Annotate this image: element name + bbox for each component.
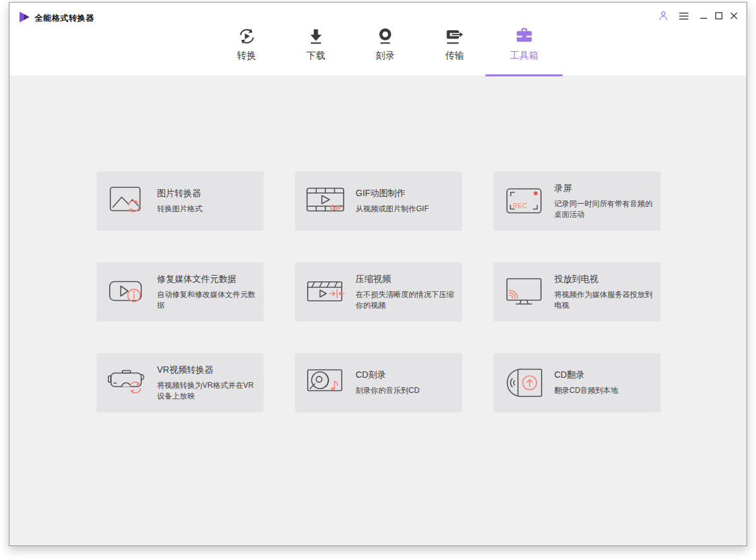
tool-title: 投放到电视 <box>554 274 656 285</box>
tool-desc: 从视频或图片制作GIF <box>356 204 457 214</box>
toolbox-content: 图片转换器 转换图片格式 GIF GIF动图制作 从 <box>9 76 747 545</box>
tool-card-video-compressor[interactable]: 压缩视频 在不损失清晰度的情况下压缩你的视频 <box>295 262 462 322</box>
tool-title: 图片转换器 <box>157 188 259 199</box>
tab-label: 刻录 <box>376 50 395 62</box>
cd-ripper-icon <box>494 365 554 401</box>
tab-label: 传输 <box>445 50 464 62</box>
tool-card-cast-to-tv[interactable]: 投放到电视 将视频作为媒体服务器投放到电视 <box>494 262 661 322</box>
vr-converter-icon <box>96 365 157 401</box>
app-title: 全能格式转换器 <box>35 13 95 24</box>
tool-card-screen-recorder[interactable]: REC 录屏 记录同一时间所有带有音频的桌面活动 <box>494 172 661 231</box>
tool-desc: 在不损失清晰度的情况下压缩你的视频 <box>356 289 457 311</box>
toolbox-icon <box>515 23 534 46</box>
close-icon <box>728 10 740 21</box>
tool-card-gif-maker[interactable]: GIF GIF动图制作 从视频或图片制作GIF <box>295 172 462 231</box>
tab-download[interactable]: 下载 <box>281 23 351 76</box>
video-compressor-icon <box>295 274 356 310</box>
window-controls <box>656 8 741 23</box>
account-button[interactable] <box>656 8 671 23</box>
minimize-icon <box>698 10 709 21</box>
burn-icon <box>376 23 395 46</box>
maximize-icon <box>713 10 724 21</box>
tool-desc: 将视频作为媒体服务器投放到电视 <box>554 289 656 311</box>
transfer-icon <box>445 23 464 46</box>
tool-card-cd-ripper[interactable]: CD翻录 翻录CD音频到本地 <box>494 353 661 412</box>
tab-label: 下载 <box>306 50 325 62</box>
tool-desc: 刻录你的音乐到CD <box>356 385 457 396</box>
cast-to-tv-icon <box>494 274 554 310</box>
tool-title: VR视频转换器 <box>157 365 259 376</box>
tab-convert[interactable]: 转换 <box>212 23 281 76</box>
tool-title: 修复媒体文件元数据 <box>157 274 259 285</box>
screen-recorder-icon: REC <box>494 183 554 219</box>
tab-transfer[interactable]: 传输 <box>420 23 489 76</box>
tab-label: 工具箱 <box>510 50 538 62</box>
close-button[interactable] <box>726 8 741 23</box>
tool-desc: 翻录CD音频到本地 <box>554 385 656 396</box>
tab-label: 转换 <box>237 50 256 62</box>
tool-desc: 记录同一时间所有带有音频的桌面活动 <box>554 199 656 220</box>
tool-title: CD翻录 <box>554 370 656 381</box>
convert-icon <box>237 23 257 46</box>
tool-card-cd-burner[interactable]: CD刻录 刻录你的音乐到CD <box>295 353 462 412</box>
app-logo-play-icon <box>16 9 32 25</box>
tab-burn[interactable]: 刻录 <box>351 23 420 76</box>
svg-text:GIF: GIF <box>330 204 342 211</box>
download-icon <box>306 23 325 46</box>
menu-icon <box>678 10 690 22</box>
minimize-button[interactable] <box>696 8 711 23</box>
svg-text:REC: REC <box>513 202 528 209</box>
tool-title: 录屏 <box>554 183 656 194</box>
tool-card-fix-metadata[interactable]: 修复媒体文件元数据 自动修复和修改媒体文件元数据 <box>96 262 264 322</box>
tool-desc: 将视频转换为VR格式并在VR设备上放映 <box>157 380 259 402</box>
image-converter-icon <box>96 183 157 219</box>
tool-desc: 自动修复和修改媒体文件元数据 <box>157 289 259 311</box>
maximize-button[interactable] <box>711 8 726 23</box>
app-window: 全能格式转换器 <box>9 2 747 546</box>
tool-card-image-converter[interactable]: 图片转换器 转换图片格式 <box>96 172 264 231</box>
nav-tabs: 转换 下载 刻录 <box>212 23 559 76</box>
menu-button[interactable] <box>676 8 691 23</box>
header: 全能格式转换器 <box>9 3 747 76</box>
tab-toolbox[interactable]: 工具箱 <box>489 23 559 76</box>
cd-burner-icon <box>295 365 356 401</box>
tool-title: 压缩视频 <box>356 274 457 285</box>
fix-metadata-icon <box>96 274 157 310</box>
gif-maker-icon: GIF <box>295 183 356 219</box>
tool-desc: 转换图片格式 <box>157 204 259 214</box>
tool-title: GIF动图制作 <box>356 188 457 199</box>
account-icon <box>658 10 669 21</box>
tools-grid: 图片转换器 转换图片格式 GIF GIF动图制作 从 <box>96 172 661 412</box>
tool-title: CD刻录 <box>356 370 457 381</box>
tool-card-vr-converter[interactable]: VR视频转换器 将视频转换为VR格式并在VR设备上放映 <box>96 353 264 412</box>
